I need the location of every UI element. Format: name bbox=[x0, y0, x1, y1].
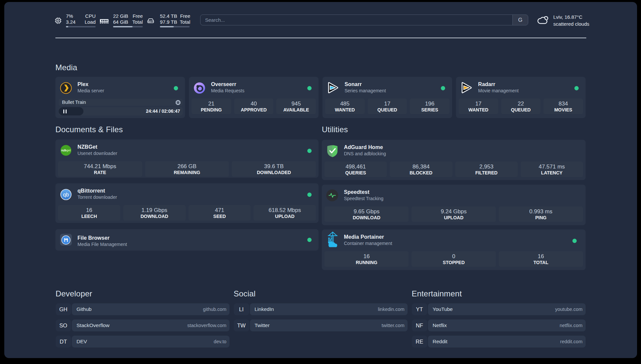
svg-text:nzbget: nzbget bbox=[61, 149, 71, 152]
svg-text:qb: qb bbox=[63, 192, 69, 197]
